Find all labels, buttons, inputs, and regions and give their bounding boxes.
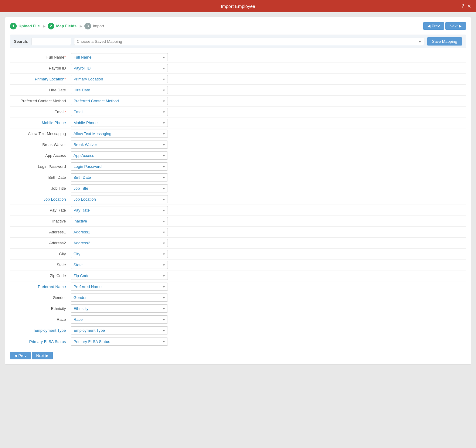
field-select-city[interactable]: City xyxy=(71,250,168,258)
field-label-gender: Gender xyxy=(10,294,71,302)
field-label-employment-type: Employment Type xyxy=(10,326,71,334)
field-select-employment-type[interactable]: Employment Type xyxy=(71,326,168,334)
field-label-preferred-contact-method: Preferred Contact Method xyxy=(10,97,71,105)
table-row: Address1Address1▼ xyxy=(10,227,466,238)
field-select-break-waiver[interactable]: Break Waiver xyxy=(71,141,168,149)
field-select-wrapper: Mobile Phone▼ xyxy=(71,119,168,127)
field-select-wrapper: City▼ xyxy=(71,250,168,258)
field-select-gender[interactable]: Gender xyxy=(71,294,168,302)
table-row: Zip CodeZip Code▼ xyxy=(10,270,466,281)
field-select-wrapper: Address1▼ xyxy=(71,228,168,236)
table-row: App AccessApp Access▼ xyxy=(10,150,466,161)
search-label: Search: xyxy=(14,39,29,44)
search-input[interactable] xyxy=(32,38,71,45)
field-select-hire-date[interactable]: Hire Date xyxy=(71,86,168,94)
save-mapping-button[interactable]: Save Mapping xyxy=(427,37,462,46)
field-select-wrapper: Inactive▼ xyxy=(71,217,168,225)
field-label-mobile-phone: Mobile Phone xyxy=(10,119,71,127)
table-row: Primary FLSA StatusPrimary FLSA Status▼ xyxy=(10,336,466,347)
table-row: Job TitleJob Title▼ xyxy=(10,183,466,194)
field-label-address2: Address2 xyxy=(10,239,71,247)
field-select-wrapper: Employment Type▼ xyxy=(71,326,168,334)
step-map-fields[interactable]: 2 Map Fields xyxy=(48,23,76,29)
table-row: InactiveInactive▼ xyxy=(10,216,466,227)
field-select-race[interactable]: Race xyxy=(71,315,168,324)
step-upload-file[interactable]: 1 Upload File xyxy=(10,23,40,29)
step-label-2: Map Fields xyxy=(56,24,76,28)
step-circle-1: 1 xyxy=(10,23,17,29)
field-label-zip-code: Zip Code xyxy=(10,272,71,280)
table-row: Allow Text MessagingAllow Text Messaging… xyxy=(10,128,466,139)
saved-mapping-select[interactable]: Choose a Saved Mapping xyxy=(74,38,424,45)
step-label-3: Import xyxy=(93,24,104,28)
field-select-app-access[interactable]: App Access xyxy=(71,151,168,160)
field-select-pay-rate[interactable]: Pay Rate xyxy=(71,206,168,214)
top-next-button[interactable]: Next ▶ xyxy=(445,22,466,30)
step-circle-3: 3 xyxy=(84,23,91,29)
table-row: Email*Email▼ xyxy=(10,107,466,117)
field-select-inactive[interactable]: Inactive xyxy=(71,217,168,225)
field-select-wrapper: Hire Date▼ xyxy=(71,86,168,94)
field-select-ethnicity[interactable]: Ethnicity xyxy=(71,304,168,313)
field-label-hire-date: Hire Date xyxy=(10,86,71,94)
field-select-wrapper: Job Title▼ xyxy=(71,184,168,192)
help-icon[interactable]: ? xyxy=(461,3,464,9)
table-row: Break WaiverBreak Waiver▼ xyxy=(10,139,466,150)
bottom-next-button[interactable]: Next ▶ xyxy=(32,352,53,359)
field-select-primary-flsa-status[interactable]: Primary FLSA Status xyxy=(71,338,168,346)
field-select-job-title[interactable]: Job Title xyxy=(71,184,168,192)
field-select-wrapper: App Access▼ xyxy=(71,151,168,160)
field-label-login-password: Login Password xyxy=(10,162,71,171)
field-select-zip-code[interactable]: Zip Code xyxy=(71,272,168,280)
field-select-wrapper: Payroll ID▼ xyxy=(71,64,168,72)
field-label-primary-flsa-status: Primary FLSA Status xyxy=(10,338,71,346)
field-label-app-access: App Access xyxy=(10,151,71,160)
field-label-payroll-id: Payroll ID xyxy=(10,64,71,72)
table-row: Mobile PhoneMobile Phone▼ xyxy=(10,117,466,128)
field-select-mobile-phone[interactable]: Mobile Phone xyxy=(71,119,168,127)
bottom-prev-button[interactable]: ◀ Prev xyxy=(10,352,31,359)
field-label-primary-location: Primary Location* xyxy=(10,75,71,83)
table-row: EthnicityEthnicity▼ xyxy=(10,303,466,314)
field-label-birth-date: Birth Date xyxy=(10,173,71,182)
field-select-primary-location[interactable]: Primary Location xyxy=(71,75,168,83)
step-import[interactable]: 3 Import xyxy=(84,23,104,29)
field-select-state[interactable]: State xyxy=(71,261,168,269)
field-select-address1[interactable]: Address1 xyxy=(71,228,168,236)
field-label-ethnicity: Ethnicity xyxy=(10,304,71,313)
field-select-full-name[interactable]: Full Name xyxy=(71,53,168,61)
field-label-race: Race xyxy=(10,315,71,324)
top-prev-button[interactable]: ◀ Prev xyxy=(423,22,444,30)
table-row: Primary Location*Primary Location▼ xyxy=(10,74,466,85)
field-select-email[interactable]: Email xyxy=(71,108,168,116)
field-label-state: State xyxy=(10,261,71,269)
field-label-break-waiver: Break Waiver xyxy=(10,141,71,149)
table-row: Preferred Contact MethodPreferred Contac… xyxy=(10,96,466,107)
field-select-job-location[interactable]: Job Location xyxy=(71,195,168,203)
field-select-login-password[interactable]: Login Password xyxy=(71,162,168,171)
field-label-inactive: Inactive xyxy=(10,217,71,225)
field-select-payroll-id[interactable]: Payroll ID xyxy=(71,64,168,72)
field-table: Full Name*Full Name▼Payroll IDPayroll ID… xyxy=(10,52,466,347)
step-label-1: Upload File xyxy=(19,24,40,28)
table-row: GenderGender▼ xyxy=(10,292,466,303)
bottom-nav-buttons: ◀ Prev Next ▶ xyxy=(10,352,466,359)
field-select-wrapper: Full Name▼ xyxy=(71,53,168,61)
field-select-preferred-contact-method[interactable]: Preferred Contact Method xyxy=(71,97,168,105)
close-icon[interactable]: ✕ xyxy=(467,3,471,9)
field-select-wrapper: Primary Location▼ xyxy=(71,75,168,83)
field-label-pay-rate: Pay Rate xyxy=(10,206,71,214)
field-select-wrapper: Break Waiver▼ xyxy=(71,141,168,149)
field-label-job-title: Job Title xyxy=(10,184,71,192)
table-row: Job LocationJob Location▼ xyxy=(10,194,466,205)
field-select-preferred-name[interactable]: Preferred Name xyxy=(71,283,168,291)
field-select-wrapper: Primary FLSA Status▼ xyxy=(71,338,168,346)
table-row: Pay RatePay Rate▼ xyxy=(10,205,466,216)
field-select-allow-text-messaging[interactable]: Allow Text Messaging xyxy=(71,130,168,138)
field-label-city: City xyxy=(10,250,71,258)
field-label-email: Email* xyxy=(10,108,71,116)
field-select-birth-date[interactable]: Birth Date xyxy=(71,173,168,182)
field-select-address2[interactable]: Address2 xyxy=(71,239,168,247)
field-select-wrapper: Preferred Contact Method▼ xyxy=(71,97,168,105)
table-row: Hire DateHire Date▼ xyxy=(10,85,466,96)
